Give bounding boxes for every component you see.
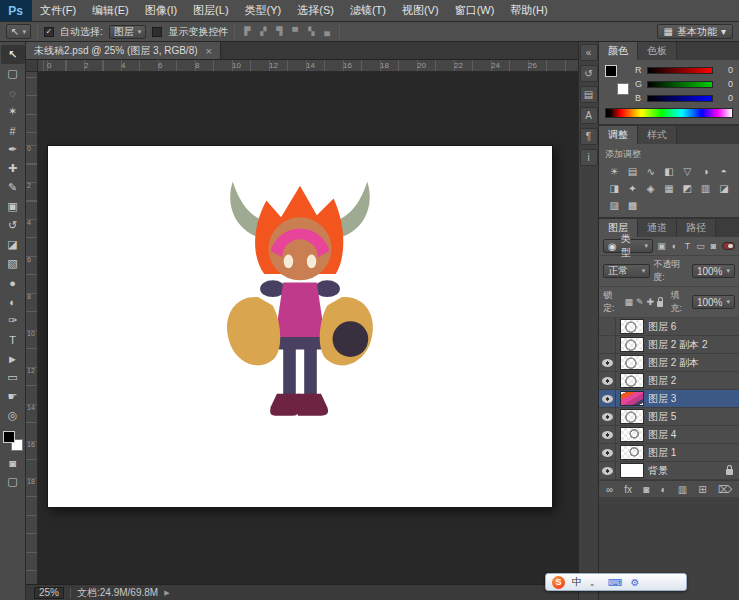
menu-item[interactable]: 图像(I) [137, 0, 185, 21]
panel-tab[interactable]: 通道 [638, 219, 677, 237]
visibility-toggle[interactable] [599, 318, 616, 335]
selective-color-icon[interactable]: ▨ [605, 198, 623, 212]
new-layer-icon[interactable]: ⊞ [698, 484, 706, 495]
color-swatches[interactable] [3, 431, 23, 451]
screen-mode-icon[interactable]: ▢ [1, 472, 25, 491]
auto-select-target-dropdown[interactable]: 图层 ▾ [109, 25, 147, 39]
gradient-tool[interactable]: ▧ [1, 254, 25, 273]
layer-row[interactable]: 图层 2 副本 [599, 354, 739, 372]
history-brush-tool[interactable]: ↺ [1, 216, 25, 235]
menu-item[interactable]: 视图(V) [394, 0, 447, 21]
visibility-toggle[interactable] [599, 336, 616, 353]
fill-dropdown[interactable]: 100% ▾ [692, 295, 735, 309]
status-options-icon[interactable]: ▶ [164, 589, 169, 597]
document-tab[interactable]: 未线稿2.psd @ 25% (图层 3, RGB/8) × [26, 42, 221, 59]
visibility-toggle[interactable] [599, 408, 616, 425]
lasso-tool[interactable]: ◌ [1, 83, 25, 102]
layer-row[interactable]: 图层 1 [599, 444, 739, 462]
quick-mask-icon[interactable]: ◙ [1, 453, 25, 472]
clone-stamp-tool[interactable]: ▣ [1, 197, 25, 216]
link-layers-icon[interactable]: ∞ [606, 484, 613, 495]
channel-slider[interactable] [647, 67, 713, 74]
hue-saturation-icon[interactable]: ◑ [696, 164, 714, 178]
layer-thumbnail[interactable] [620, 319, 644, 334]
brightness-contrast-icon[interactable]: ☀ [605, 164, 623, 178]
hand-tool[interactable]: ☛ [1, 387, 25, 406]
layer-thumbnail[interactable] [620, 445, 644, 460]
panel-tab[interactable]: 颜色 [599, 42, 638, 60]
menu-item[interactable]: 窗口(W) [447, 0, 503, 21]
ime-punctuation-icon[interactable]: 。 [590, 575, 600, 589]
menu-item[interactable]: 帮助(H) [502, 0, 555, 21]
panel-tab[interactable]: 色板 [638, 42, 677, 60]
opacity-dropdown[interactable]: 100% ▾ [692, 264, 735, 278]
menu-item[interactable]: 编辑(E) [84, 0, 137, 21]
visibility-toggle[interactable] [599, 462, 616, 479]
channel-value[interactable]: 0 [717, 65, 733, 75]
layer-filter-kind-dropdown[interactable]: ◉ 类型 ▾ [603, 239, 653, 253]
workspace-switcher[interactable]: ▦ 基本功能 ▾ [657, 24, 733, 39]
menu-item[interactable]: 文件(F) [32, 0, 84, 21]
channel-mixer-icon[interactable]: ◈ [642, 181, 660, 195]
lock-transparency-icon[interactable]: ▦ [625, 297, 634, 307]
layer-row[interactable]: 背景 [599, 462, 739, 480]
foreground-color-swatch[interactable] [605, 65, 617, 77]
channel-slider[interactable] [647, 81, 713, 88]
expand-panels-icon[interactable]: « [580, 44, 598, 61]
invert-icon[interactable]: ◩ [678, 181, 696, 195]
info-panel-icon[interactable]: i [580, 149, 598, 166]
crop-tool[interactable]: # [1, 121, 25, 140]
menu-item[interactable]: 图层(L) [185, 0, 236, 21]
shape-tool[interactable]: ▭ [1, 368, 25, 387]
character-panel-icon[interactable]: A [580, 107, 598, 124]
blend-mode-dropdown[interactable]: 正常 ▾ [603, 264, 650, 278]
layer-row[interactable]: 图层 2 副本 2 [599, 336, 739, 354]
layer-thumbnail[interactable] [620, 427, 644, 442]
layer-thumbnail[interactable] [620, 409, 644, 424]
type-tool[interactable]: T [1, 330, 25, 349]
color-spectrum-ramp[interactable] [605, 108, 733, 118]
panel-tab[interactable]: 样式 [638, 126, 677, 144]
add-layer-mask-icon[interactable]: ◙ [643, 484, 649, 495]
visibility-toggle[interactable] [599, 444, 616, 461]
curves-icon[interactable]: ∿ [642, 164, 660, 178]
color-balance-icon[interactable]: ◓ [715, 164, 733, 178]
show-transform-checkbox[interactable] [152, 27, 162, 37]
blur-tool[interactable]: ● [1, 273, 25, 292]
filter-smart-objects-icon[interactable]: ◙ [708, 241, 719, 251]
eraser-tool[interactable]: ◪ [1, 235, 25, 254]
visibility-toggle[interactable] [599, 354, 616, 371]
history-panel-icon[interactable]: ↺ [580, 65, 598, 82]
filter-pixel-layers-icon[interactable]: ▣ [656, 241, 667, 251]
layer-row[interactable]: 图层 6 [599, 318, 739, 336]
move-tool[interactable]: ↖ [1, 45, 25, 64]
delete-layer-icon[interactable]: ⌦ [718, 484, 732, 495]
ime-keyboard-icon[interactable]: ⌨ [608, 577, 622, 588]
layer-row[interactable]: 图层 4 [599, 426, 739, 444]
channel-value[interactable]: 0 [717, 93, 733, 103]
layer-thumbnail[interactable] [620, 463, 644, 478]
visibility-toggle[interactable] [599, 372, 616, 389]
channel-value[interactable]: 0 [717, 79, 733, 89]
gradient-map-icon[interactable]: ▩ [623, 198, 641, 212]
ime-toolbar[interactable]: S 中 。 ⌨ ⚙ [545, 573, 687, 591]
document-canvas[interactable] [47, 145, 553, 508]
filter-adjustment-layers-icon[interactable]: ◐ [669, 241, 680, 251]
layer-row[interactable]: 图层 3 [599, 390, 739, 408]
ime-lang-icon[interactable]: 中 [572, 575, 582, 589]
close-icon[interactable]: × [206, 45, 212, 57]
auto-select-checkbox[interactable]: ✓ [44, 27, 54, 37]
filter-shape-layers-icon[interactable]: ▭ [695, 241, 706, 251]
properties-panel-icon[interactable]: ▤ [580, 86, 598, 103]
layer-row[interactable]: 图层 2 [599, 372, 739, 390]
panel-tab[interactable]: 路径 [677, 219, 716, 237]
panel-tab[interactable]: 调整 [599, 126, 638, 144]
filter-type-layers-icon[interactable]: T [682, 241, 693, 251]
dodge-tool[interactable]: ◐ [1, 292, 25, 311]
eyedropper-tool[interactable]: ✒ [1, 140, 25, 159]
layer-filter-toggle[interactable] [722, 242, 735, 250]
paragraph-panel-icon[interactable]: ¶ [580, 128, 598, 145]
align-v-centers-icon[interactable]: ▚ [305, 27, 317, 36]
path-selection-tool[interactable]: ► [1, 349, 25, 368]
visibility-toggle[interactable] [599, 426, 616, 443]
